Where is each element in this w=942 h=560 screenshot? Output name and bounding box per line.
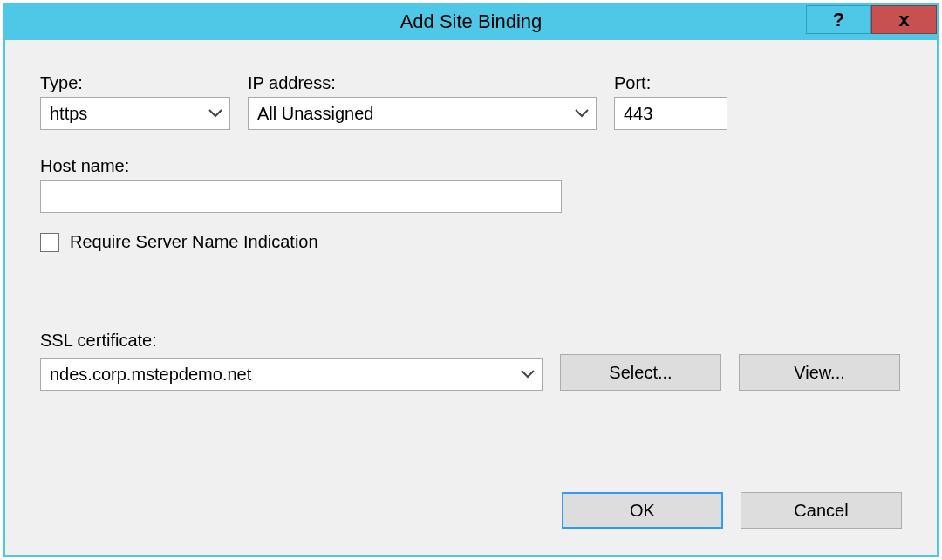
- titlebar: Add Site Binding ? x: [5, 5, 937, 40]
- chevron-down-icon: [521, 370, 535, 379]
- ssl-value: ndes.corp.mstepdemo.net: [50, 365, 251, 385]
- host-label: Host name:: [40, 156, 902, 176]
- select-button[interactable]: Select...: [560, 354, 721, 391]
- ok-button[interactable]: OK: [562, 492, 723, 529]
- port-field: Port: 443: [614, 73, 727, 130]
- add-site-binding-dialog: Add Site Binding ? x Type: https: [3, 3, 939, 557]
- ip-dropdown[interactable]: All Unassigned: [248, 97, 597, 130]
- footer-buttons: OK Cancel: [562, 492, 902, 529]
- window-title: Add Site Binding: [5, 10, 937, 33]
- ip-label: IP address:: [248, 73, 597, 93]
- type-field: Type: https: [40, 73, 230, 130]
- row-hostname: Host name:: [40, 156, 902, 213]
- sni-checkbox[interactable]: [40, 233, 59, 252]
- select-button-label: Select...: [609, 363, 672, 383]
- chevron-down-icon: [575, 109, 589, 118]
- view-button-label: View...: [794, 363, 845, 383]
- row-ssl: SSL certificate: ndes.corp.mstepdemo.net…: [40, 331, 902, 391]
- ok-button-label: OK: [630, 501, 655, 521]
- sni-label: Require Server Name Indication: [70, 232, 318, 252]
- type-value: https: [50, 104, 87, 124]
- ssl-label: SSL certificate:: [40, 331, 902, 351]
- ssl-dropdown[interactable]: ndes.corp.mstepdemo.net: [40, 358, 543, 391]
- ssl-controls: ndes.corp.mstepdemo.net Select... View..…: [40, 354, 902, 391]
- host-input[interactable]: [40, 180, 562, 213]
- port-label: Port:: [614, 73, 727, 93]
- client-area: Type: https IP address: All Unassigned: [5, 40, 937, 555]
- close-button[interactable]: x: [871, 5, 937, 34]
- type-dropdown[interactable]: https: [40, 97, 230, 130]
- help-icon: ?: [833, 9, 844, 31]
- type-label: Type:: [40, 73, 230, 93]
- chevron-down-icon: [208, 109, 222, 118]
- view-button[interactable]: View...: [739, 354, 900, 391]
- row-sni: Require Server Name Indication: [40, 232, 902, 252]
- titlebar-buttons: ? x: [806, 5, 937, 40]
- cancel-button[interactable]: Cancel: [741, 492, 902, 529]
- cancel-button-label: Cancel: [794, 501, 848, 521]
- row-type-ip-port: Type: https IP address: All Unassigned: [40, 73, 902, 130]
- help-button[interactable]: ?: [806, 5, 871, 34]
- close-icon: x: [898, 9, 909, 31]
- port-value: 443: [624, 104, 652, 124]
- port-input[interactable]: 443: [614, 97, 727, 130]
- ip-value: All Unassigned: [257, 104, 373, 124]
- ip-field: IP address: All Unassigned: [248, 73, 597, 130]
